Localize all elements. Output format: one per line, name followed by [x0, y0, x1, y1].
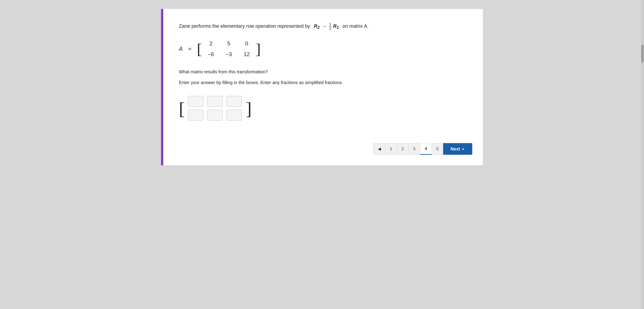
main-card: Zane performs the elementary row operati… — [163, 9, 483, 166]
page-button-4[interactable]: 4 — [420, 143, 432, 155]
matrix-bracket-wrap: [ 2 5 0 −6 −3 12 ] — [197, 38, 261, 60]
question-intro: Zane performs the elementary row operati… — [179, 22, 467, 31]
matrix-cell-r1c2: 5 — [225, 40, 232, 47]
bracket-left: [ — [197, 41, 202, 56]
scrollbar-area[interactable] — [641, 0, 644, 309]
matrix-cell-r2c2: −3 — [225, 51, 232, 58]
page-button-1[interactable]: 1 — [385, 143, 397, 155]
next-button[interactable]: Next ► — [443, 143, 472, 155]
operation-formula: R2 − 1 2 R1 — [312, 22, 341, 31]
answer-input-r1c3[interactable] — [226, 96, 242, 107]
input-matrix-grid — [185, 94, 246, 123]
answer-input-r2c2[interactable] — [207, 110, 222, 120]
matrix-cell-r2c3: 12 — [243, 51, 250, 58]
matrix-grid: 2 5 0 −6 −3 12 — [202, 38, 256, 60]
matrix-display: A = [ 2 5 0 −6 −3 12 ] — [179, 38, 467, 60]
prev-button[interactable]: ◀ — [374, 143, 385, 155]
answer-bracket-right: ] — [246, 100, 252, 118]
answer-bracket-left: [ — [179, 100, 185, 118]
page-wrapper: Zane performs the elementary row operati… — [161, 9, 483, 166]
matrix-cell-r2c1: −6 — [207, 51, 214, 58]
pagination: ◀ 1 2 3 4 5 Next ► — [374, 143, 472, 155]
page-button-3[interactable]: 3 — [408, 143, 420, 155]
page-button-5[interactable]: 5 — [432, 143, 443, 155]
answer-input-r1c1[interactable] — [188, 96, 203, 107]
next-arrow-icon: ► — [462, 147, 465, 151]
bracket-right: ] — [256, 41, 261, 56]
instruction-text: Enter your answer by filling in the boxe… — [179, 79, 467, 86]
answer-input-r1c2[interactable] — [207, 96, 222, 107]
matrix-cell-r1c1: 2 — [207, 40, 214, 47]
left-accent-bar — [161, 9, 163, 166]
scrollbar-thumb[interactable] — [641, 45, 644, 62]
sub-question: What matrix results from this transforma… — [179, 68, 467, 75]
answer-input-r2c3[interactable] — [226, 110, 242, 120]
matrix-label: A — [179, 46, 183, 52]
answer-input-r2c1[interactable] — [188, 110, 203, 120]
matrix-cell-r1c3: 0 — [243, 40, 250, 47]
page-button-2[interactable]: 2 — [397, 143, 408, 155]
answer-matrix-wrap: [ ] — [179, 94, 467, 123]
